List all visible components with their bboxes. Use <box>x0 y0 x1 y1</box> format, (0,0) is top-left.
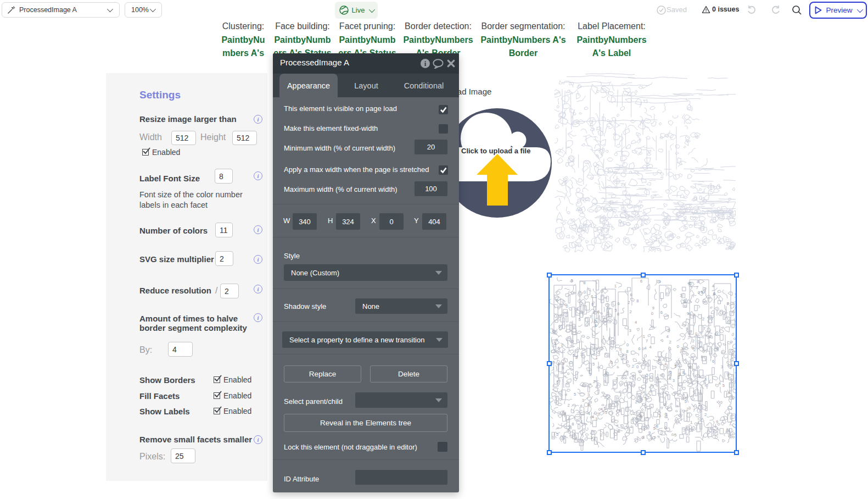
svg-text:i: i <box>424 59 427 68</box>
